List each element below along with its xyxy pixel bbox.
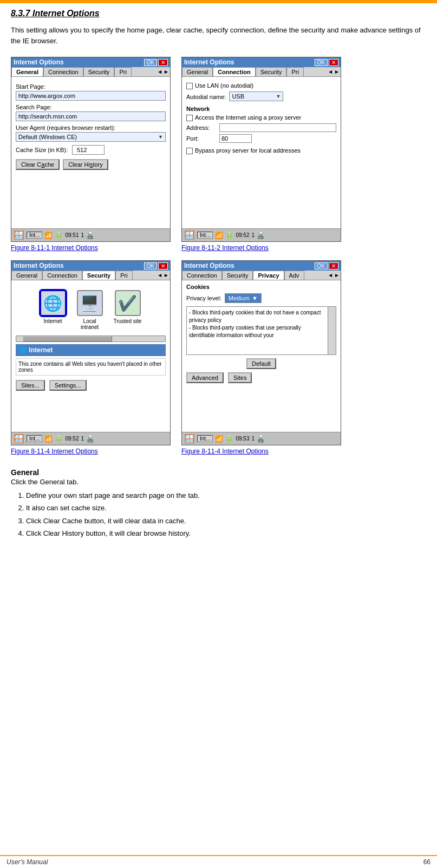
tab4-privacy[interactable]: Privacy — [253, 271, 284, 280]
screen-3-titlebar-buttons: OK ✕ — [144, 262, 168, 269]
local-intranet-zone-icon[interactable]: 🖥️ — [77, 290, 103, 316]
start-icon[interactable]: 🪟 — [14, 230, 24, 240]
start-icon-2[interactable]: 🪟 — [184, 230, 195, 240]
tab3-arrow-left[interactable]: ◄ — [157, 272, 162, 278]
sites-button[interactable]: Sites... — [16, 380, 45, 391]
cache-size-label: Cache Size (in KB): — [16, 147, 68, 153]
tab4-arrow-left[interactable]: ◄ — [328, 272, 333, 278]
general-section-title: General — [11, 468, 426, 477]
use-lan-checkbox[interactable] — [186, 83, 193, 89]
tab3-connection[interactable]: Connection — [42, 271, 82, 280]
caption-4: Figure 8-11-4 Internet Options — [181, 448, 269, 455]
screen-2-ok-button[interactable]: OK — [315, 59, 328, 66]
screen-3-close-button[interactable]: ✕ — [158, 262, 168, 269]
screen-1-titlebar: Internet Options OK ✕ — [11, 57, 170, 67]
bypass-proxy-row: Bypass proxy server for local addresses — [186, 147, 336, 154]
local-intranet-zone-block[interactable]: 🖥️ Localintranet — [77, 290, 103, 330]
privacy-level-dropdown[interactable]: Medium ▼ — [225, 293, 262, 303]
general-section: General Click the General tab. Define yo… — [11, 468, 426, 540]
taskbar-int-label[interactable]: Int... — [27, 232, 42, 239]
printer-icon-4: 🖨️ — [257, 435, 265, 443]
screen-4-close-button[interactable]: ✕ — [329, 262, 338, 269]
proxy-label: Access the Internet using a proxy server — [195, 114, 301, 121]
screen-1-title: Internet Options — [14, 58, 64, 66]
taskbar-int-label-2[interactable]: Int... — [197, 232, 213, 239]
default-button[interactable]: Default — [246, 358, 276, 369]
screen-1-close-button[interactable]: ✕ — [158, 59, 168, 66]
trusted-site-zone-icon[interactable]: ✔️ — [115, 290, 141, 316]
screen-4-titlebar: Internet Options OK ✕ — [182, 261, 341, 271]
sites-button-privacy[interactable]: Sites — [228, 372, 252, 383]
tab-arrow-right[interactable]: ► — [164, 69, 169, 75]
section-heading: 8.3.7 Internet Options — [11, 9, 426, 18]
trusted-site-zone-block[interactable]: ✔️ Trusted site — [114, 290, 142, 330]
screenshot-4-block: Internet Options OK ✕ Connection Securit… — [181, 260, 341, 455]
security-scrollbar[interactable] — [16, 336, 166, 342]
scrollbar-thumb[interactable] — [23, 336, 112, 341]
tab2-general[interactable]: General — [182, 67, 213, 76]
clear-cache-button[interactable]: Clear Cache — [16, 159, 60, 170]
tab-pri[interactable]: Pri — [114, 67, 131, 76]
taskbar-int-label-3[interactable]: Int... — [27, 435, 42, 442]
tab3-general[interactable]: General — [11, 271, 42, 280]
internet-zone-block[interactable]: 🌐 Internet — [40, 290, 66, 330]
tab4-security[interactable]: Security — [222, 271, 253, 280]
port-row: Port: — [186, 134, 336, 143]
start-icon-4[interactable]: 🪟 — [184, 433, 195, 444]
autodial-label: Autodial name: — [186, 94, 226, 100]
user-agent-dropdown-arrow: ▼ — [158, 134, 163, 140]
autodial-select[interactable]: USB ▼ — [229, 91, 283, 101]
tab2-arrow-right[interactable]: ► — [334, 69, 340, 75]
tab-general[interactable]: General — [11, 67, 43, 76]
cache-size-row: Cache Size (in KB): 512 — [16, 145, 166, 155]
tab2-pri[interactable]: Pri — [286, 67, 303, 76]
advanced-button[interactable]: Advanced — [186, 372, 224, 383]
tab-nav-arrows: ◄ ► — [157, 67, 170, 76]
clear-history-button[interactable]: Clear History — [63, 159, 108, 170]
proxy-checkbox[interactable] — [186, 115, 193, 121]
internet-zone-icon[interactable]: 🌐 — [40, 290, 66, 316]
tab-connection[interactable]: Connection — [43, 67, 83, 76]
screen-3: Internet Options OK ✕ General Connection… — [11, 260, 171, 445]
screen-2-close-button[interactable]: ✕ — [329, 59, 338, 66]
address-input[interactable] — [219, 123, 336, 132]
autodial-value: USB — [232, 93, 244, 100]
cache-buttons-row: Clear Cache Clear History — [16, 159, 166, 170]
start-page-input[interactable]: http://www.argox.com — [16, 91, 166, 101]
tab-arrow-left[interactable]: ◄ — [157, 69, 162, 75]
tab3-arrow-right[interactable]: ► — [164, 272, 169, 278]
user-agent-select[interactable]: Default (Windows CE) ▼ — [16, 132, 166, 142]
footer-page: 66 — [423, 858, 431, 866]
tab2-arrow-left[interactable]: ◄ — [328, 69, 333, 75]
autodial-arrow: ▼ — [276, 94, 281, 99]
start-page-label: Start Page: — [16, 83, 166, 90]
tab3-pri[interactable]: Pri — [115, 271, 132, 280]
tab4-connection[interactable]: Connection — [182, 271, 222, 280]
cache-size-input[interactable]: 512 — [72, 145, 105, 155]
intro-text: This setting allows you to specify the h… — [11, 25, 426, 46]
port-input[interactable] — [219, 134, 252, 143]
tab2-security[interactable]: Security — [256, 67, 287, 76]
bypass-proxy-checkbox[interactable] — [186, 148, 193, 154]
settings-button[interactable]: Settings... — [49, 380, 87, 391]
screen-3-ok-button[interactable]: OK — [144, 262, 157, 269]
search-page-input[interactable]: http://search.msn.com — [16, 111, 166, 121]
screen-1-ok-button[interactable]: OK — [144, 59, 157, 66]
tab4-arrow-right[interactable]: ► — [334, 272, 340, 278]
scroll-up-button[interactable]: ▲ — [329, 307, 336, 314]
tab3-security[interactable]: Security — [82, 271, 115, 280]
tab2-connection[interactable]: Connection — [213, 67, 256, 76]
screen-2-tabbar: General Connection Security Pri ◄ ► — [182, 67, 341, 77]
privacy-text-content: - Blocks third-party cookies that do not… — [189, 309, 334, 339]
tab3-nav-arrows: ◄ ► — [157, 271, 170, 280]
scroll-down-button[interactable]: ▼ — [329, 347, 336, 354]
start-icon-3[interactable]: 🪟 — [14, 433, 24, 444]
tab-security[interactable]: Security — [83, 67, 115, 76]
taskbar-int-label-4[interactable]: Int... — [197, 435, 213, 442]
screen-1-titlebar-buttons: OK ✕ — [144, 59, 168, 66]
screen-4-ok-button[interactable]: OK — [315, 262, 328, 269]
screen-2-taskbar: 🪟 Int... 📶 🔋 09:52 1 🖨️ — [182, 228, 341, 241]
tab4-adv[interactable]: Adv — [284, 271, 304, 280]
caption-3: Figure 8-11-4 Internet Options — [11, 448, 98, 455]
screenshot-3-block: Internet Options OK ✕ General Connection… — [11, 260, 171, 455]
